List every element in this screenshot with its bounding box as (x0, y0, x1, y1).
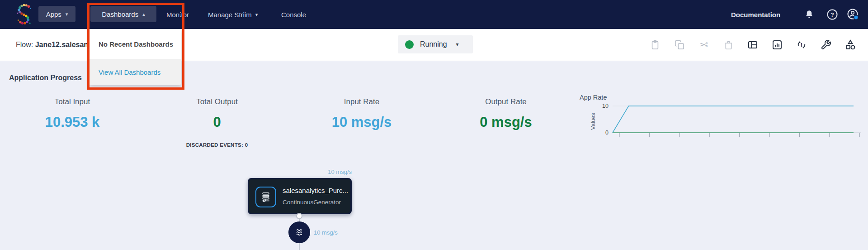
source-generator-icon (255, 187, 276, 207)
application-progress-title: Application Progress (9, 74, 82, 82)
nav-monitor-link[interactable]: Monitor (166, 0, 189, 29)
chevron-down-icon: ▾ (255, 12, 258, 18)
chart-title: App Rate (580, 94, 607, 101)
dashboards-dropdown-menu: No Recent Dashboards View All Dashboards (89, 29, 181, 85)
striim-logo-dots (14, 4, 34, 25)
table-glyph (747, 39, 758, 50)
app-rate-chart: App Rate Values 10 0 (574, 90, 867, 144)
nav-apps-label: Apps (46, 10, 61, 18)
wrench-glyph (821, 39, 831, 50)
metric-label: Output Rate (434, 97, 578, 106)
status-label: Running (420, 40, 447, 48)
stream-waves-icon (292, 225, 307, 240)
nav-manage-striim-link[interactable]: Manage Striim ▾ (208, 0, 258, 29)
no-recent-dashboards-item: No Recent Dashboards (89, 29, 181, 59)
question-glyph: ? (826, 9, 838, 20)
trash-glyph (724, 40, 733, 50)
cut-icon[interactable]: ✂ (698, 39, 710, 51)
nav-console-label: Console (281, 11, 306, 19)
source-node[interactable]: salesanalytics_Purc... ContinuousGenerat… (248, 178, 352, 214)
metric-label: Total Input (0, 97, 145, 106)
tools-icon[interactable] (820, 39, 832, 51)
nav-dashboards-label: Dashboards (102, 10, 138, 18)
discarded-events-caption: DISCARDED EVENTS: 0 (145, 142, 289, 148)
generator-glyph (258, 189, 274, 205)
y-tick-10: 10 (602, 103, 609, 109)
stream-node[interactable] (288, 221, 310, 243)
flow-elements-icon[interactable] (844, 39, 856, 51)
metric-value: 0 msg/s (434, 114, 578, 130)
flow-actions-toolbar: ✂ ! (649, 29, 856, 61)
help-icon[interactable]: ? (826, 8, 839, 21)
scissors-glyph: ✂ (699, 40, 708, 50)
notifications-bell-icon[interactable] (802, 8, 816, 21)
flow-select-caret-icon[interactable]: ▾ (179, 11, 182, 18)
bar-chart-glyph (772, 39, 783, 50)
shapes-glyph (844, 39, 856, 51)
account-glyph (846, 8, 860, 21)
chevron-up-icon: ▴ (142, 11, 145, 17)
node-output-rate-label: 10 msg/s (289, 168, 352, 175)
view-all-dashboards-link[interactable]: View All Dashboards (89, 59, 181, 85)
chevron-down-icon: ▾ (456, 41, 459, 48)
metric-value: 0 (145, 114, 289, 130)
nav-console-link[interactable]: Console (281, 0, 306, 29)
top-nav: Apps ▾ Dashboards ▴ Monitor Manage Strii… (0, 0, 868, 29)
metric-value: 10 msg/s (289, 114, 434, 130)
series-input-rate (613, 106, 854, 133)
metric-input-rate: Input Rate 10 msg/s (289, 97, 434, 130)
copy-icon[interactable] (674, 39, 685, 51)
metric-value: 10.953 k (0, 114, 145, 130)
metric-total-output: Total Output 0 DISCARDED EVENTS: 0 (145, 97, 289, 148)
node-subtitle: ContinuousGenerator (283, 199, 341, 206)
flow-breadcrumb: Flow: Jane12.salesanaly (16, 29, 98, 61)
status-dot-icon (405, 40, 414, 49)
metric-label: Total Output (145, 97, 289, 106)
bell-glyph (804, 9, 815, 20)
app-rate-plot: App Rate Values 10 0 (574, 90, 867, 142)
x-axis-ticks (619, 133, 859, 137)
recover-glyph: ! (796, 39, 807, 50)
striim-logo-icon[interactable] (14, 4, 34, 27)
nav-manage-striim-label: Manage Striim (208, 11, 252, 19)
recover-icon[interactable]: ! (796, 39, 807, 51)
chart-y-axis-label: Values (590, 113, 596, 130)
nav-documentation-label: Documentation (731, 11, 780, 19)
metric-output-rate: Output Rate 0 msg/s (434, 97, 578, 130)
flow-label: Flow: (16, 41, 33, 49)
stream-rate-label: 10 msg/s (314, 229, 338, 236)
nav-apps-button[interactable]: Apps ▾ (38, 6, 75, 22)
chevron-down-icon: ▾ (66, 11, 68, 17)
delete-icon[interactable] (722, 39, 734, 51)
paste-icon[interactable] (649, 39, 661, 51)
svg-text:?: ? (830, 11, 834, 18)
node-title: salesanalytics_Purc... (283, 187, 348, 194)
copy-glyph (675, 40, 684, 50)
status-dropdown[interactable]: Running ▾ (398, 35, 473, 53)
node-output-port[interactable] (296, 213, 302, 219)
chart-series-lines (613, 106, 854, 133)
account-icon[interactable] (846, 8, 860, 21)
y-tick-0: 0 (605, 130, 609, 136)
nav-documentation-link[interactable]: Documentation (731, 0, 780, 29)
table-view-icon[interactable] (747, 39, 759, 51)
paste-glyph (650, 39, 660, 50)
svg-text:!: ! (801, 42, 802, 48)
metric-label: Input Rate (289, 97, 434, 106)
metric-total-input: Total Input 10.953 k (0, 97, 145, 130)
nav-monitor-label: Monitor (166, 11, 189, 19)
nav-dashboards-button[interactable]: Dashboards ▴ (90, 6, 156, 22)
monitor-chart-icon[interactable] (771, 39, 783, 51)
